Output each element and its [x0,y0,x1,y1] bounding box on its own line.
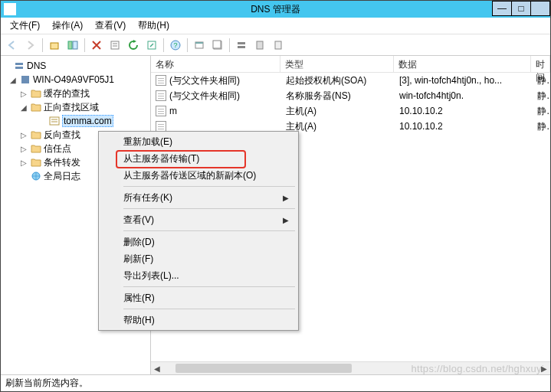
maximize-button[interactable]: □ [511,1,531,16]
list-row[interactable]: (与父文件夹相同) 起始授权机构(SOA) [3], win-tofch4htj… [151,73,550,88]
menu-new-copy-from-master[interactable]: 从主服务器传送区域的新副本(O) [100,167,297,184]
collapse-icon[interactable]: ◢ [19,103,28,112]
menu-separator [123,309,295,309]
svg-rect-18 [15,67,23,69]
record-icon [156,106,166,116]
tree-server[interactable]: ◢ WIN-O49A9VF05J1 [1,73,150,87]
expand-icon[interactable]: ▷ [19,131,28,139]
column-header-type[interactable]: 类型 [280,56,393,72]
export-button[interactable] [143,37,160,54]
menu-label: 帮助(H) [123,314,155,327]
menu-separator [123,186,295,187]
menu-reload[interactable]: 重新加载(E) [100,133,297,150]
menu-delete[interactable]: 删除(D) [100,234,297,250]
svg-rect-2 [73,41,77,49]
properties-button[interactable] [107,37,123,54]
up-button[interactable] [46,37,63,54]
menu-export[interactable]: 导出列表(L)... [100,267,297,284]
cell-time: 静态 [533,90,550,103]
cell-name: (与父文件夹相同) [151,74,281,87]
horizontal-scrollbar[interactable]: ◀ ▶ [151,361,550,374]
tree-label: 信任点 [44,142,71,155]
menu-action[interactable]: 操作(A) [46,18,89,34]
tree-label: tomma.com [62,115,113,127]
column-header-name[interactable]: 名称 [151,56,280,72]
tree-cache[interactable]: ▷ 缓存的查找 [1,87,150,100]
expand-icon[interactable]: ▷ [19,145,28,153]
column-header-time[interactable]: 时间 [531,56,550,72]
record-button[interactable] [270,37,287,54]
record-icon [156,90,166,101]
back-button[interactable] [4,37,21,54]
dns-icon [13,60,25,71]
menu-help[interactable]: 帮助(H) [132,18,175,34]
menu-transfer-from-master[interactable]: 从主服务器传输(T) [100,150,297,167]
menu-file[interactable]: 文件(F) [4,18,46,34]
cell-type: 主机(A) [281,105,395,118]
submenu-arrow-icon: ▶ [283,216,289,224]
svg-rect-10 [195,42,203,44]
menu-label: 刷新(F) [123,253,153,266]
list-header: 名称 类型 数据 时间 [151,56,550,73]
zone-icon [48,116,61,126]
menu-label: 删除(D) [123,236,155,249]
scroll-left-icon[interactable]: ◀ [151,364,163,373]
menu-separator [123,230,295,231]
title-bar: DNS 管理器 — □ [1,1,550,18]
tree-forward-zone[interactable]: ◢ 正向查找区域 [1,100,150,114]
column-header-data[interactable]: 数据 [394,56,531,72]
cell-time: 静态 [533,74,550,87]
zone-button[interactable] [251,37,268,54]
svg-rect-12 [213,41,221,48]
tree-zone-selected[interactable]: tomma.com [1,114,150,128]
menu-bar: 文件(F) 操作(A) 查看(V) 帮助(H) [1,18,550,34]
expand-icon[interactable]: ▷ [19,158,28,167]
status-text: 刷新当前所选内容。 [5,377,88,388]
refresh-button[interactable] [125,37,142,54]
list-row[interactable]: (与父文件夹相同) 名称服务器(NS) win-tofch4htj0n. 静态 [151,88,550,103]
window-controls: — □ [493,1,550,16]
tree-root-dns[interactable]: DNS [1,59,150,73]
toolbar-separator [187,38,188,52]
svg-rect-20 [50,117,59,125]
cell-text: m [169,106,177,116]
collapse-icon[interactable]: ◢ [8,76,18,84]
menu-label: 从主服务器传输(T) [123,152,199,165]
folder-icon [30,129,42,140]
menu-label: 属性(R) [123,292,155,305]
server-button[interactable] [233,37,250,54]
tree-label: WIN-O49A9VF05J1 [33,74,114,85]
scroll-right-icon[interactable]: ▶ [538,364,550,373]
close-button[interactable] [530,1,550,16]
list-row[interactable]: m 主机(A) 10.10.10.2 静态 [151,103,550,119]
menu-all-tasks[interactable]: 所有任务(K)▶ [100,189,297,206]
app-icon [4,3,16,15]
record-icon [156,121,166,132]
menu-label: 查看(V) [123,214,154,227]
menu-label: 从主服务器传送区域的新副本(O) [123,169,256,182]
cell-time: 静态 [533,120,550,133]
folder-icon [30,102,42,113]
menu-view[interactable]: 查看(V)▶ [100,211,297,228]
expand-icon[interactable]: ▷ [19,90,28,98]
tree-label: 缓存的查找 [44,87,90,100]
menu-view[interactable]: 查看(V) [89,18,132,34]
minimize-button[interactable]: — [492,1,512,16]
forward-button[interactable] [22,37,39,54]
scroll-thumb[interactable] [175,364,352,373]
show-hide-button[interactable] [64,37,81,54]
delete-button[interactable] [88,37,105,54]
menu-refresh[interactable]: 刷新(F) [100,250,297,267]
menu-separator [123,286,295,287]
menu-help[interactable]: 帮助(H) [100,312,297,328]
cell-text: (与父文件夹相同) [169,90,240,103]
globe-icon [30,171,42,181]
folder-icon [30,88,42,99]
filter-button[interactable] [191,37,208,54]
new-window-button[interactable] [209,37,226,54]
folder-icon [30,143,42,154]
cell-name: m [151,106,281,116]
menu-separator [123,208,295,209]
menu-properties[interactable]: 属性(R) [100,289,297,306]
help-button[interactable]: ? [167,37,184,54]
